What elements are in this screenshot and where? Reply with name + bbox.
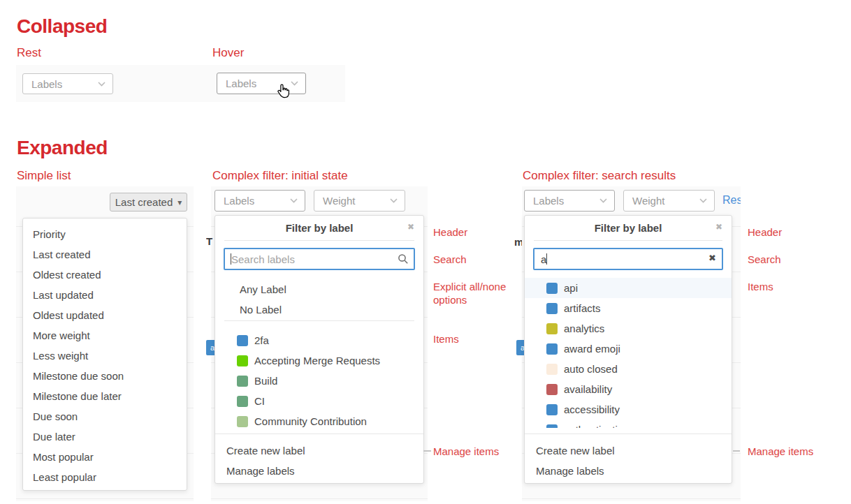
divider — [534, 240, 722, 241]
simple-list-panel: Priority Last created Oldest created Las… — [22, 218, 187, 491]
menu-item-more-weight[interactable]: More weight — [23, 325, 187, 346]
label-search-input[interactable] — [533, 248, 723, 270]
sort-dropdown-text: Last created — [115, 196, 173, 208]
annotation-header: Header — [748, 225, 845, 239]
label-option-authentication-clipped[interactable]: authentication — [525, 420, 732, 428]
annotation-connector — [423, 450, 431, 452]
label-search-wrap: ✖ — [533, 248, 723, 270]
menu-item-last-created[interactable]: Last created — [23, 244, 187, 265]
caret-down-icon: ▾ — [177, 198, 182, 207]
chevron-down-icon — [290, 198, 298, 203]
any-label-option[interactable]: Any Label — [215, 279, 423, 299]
weight-filter-button[interactable]: Weight — [623, 190, 715, 212]
text-caret — [546, 253, 547, 265]
label-color-swatch — [546, 303, 558, 314]
create-new-label-link[interactable]: Create new label — [525, 440, 732, 461]
label-option-award-emoji[interactable]: award emoji — [525, 339, 732, 359]
menu-item-due-later[interactable]: Due later — [23, 427, 187, 447]
chevron-down-icon — [291, 81, 298, 86]
label-color-swatch — [546, 404, 558, 415]
reset-link-clipped[interactable]: Res — [722, 194, 741, 209]
create-new-label-link[interactable]: Create new label — [215, 440, 423, 461]
label-color-swatch — [546, 283, 558, 294]
label-search-input[interactable] — [224, 248, 415, 270]
labels-dropdown-rest-text: Labels — [31, 78, 62, 90]
rest-label: Rest — [17, 46, 41, 60]
label-options-list: 2fa Accepting Merge Requests Build CI Co… — [215, 330, 423, 431]
menu-item-milestone-due-later[interactable]: Milestone due later — [23, 386, 187, 406]
labels-dropdown-hover[interactable]: Labels — [217, 73, 306, 94]
complex-initial-label: Complex filter: initial state — [212, 169, 348, 183]
filter-by-label-panel-search: Filter by label ✖ ✖ api artifacts analyt… — [524, 215, 732, 484]
manage-labels-link[interactable]: Manage labels — [215, 461, 423, 481]
label-option-api[interactable]: api — [525, 278, 732, 298]
menu-item-milestone-due-soon[interactable]: Milestone due soon — [23, 366, 187, 386]
labels-dropdown-rest[interactable]: Labels — [22, 73, 113, 94]
label-color-swatch — [546, 343, 558, 355]
label-color-swatch — [237, 335, 248, 346]
label-option-accessibility[interactable]: accessibility — [525, 399, 732, 420]
manage-labels-link[interactable]: Manage labels — [525, 461, 732, 481]
menu-item-least-popular[interactable]: Least popular — [23, 467, 187, 487]
labels-dropdown-hover-text: Labels — [226, 77, 256, 89]
label-option-artifacts[interactable]: artifacts — [525, 298, 732, 318]
label-color-swatch — [237, 396, 248, 407]
divider — [525, 433, 732, 434]
search-results-list: api artifacts analytics award emoji auto… — [525, 278, 732, 428]
chevron-down-icon — [390, 198, 398, 203]
labels-filter-button[interactable]: Labels — [214, 190, 305, 212]
label-option-community-contribution[interactable]: Community Contribution — [215, 411, 423, 431]
menu-item-priority[interactable]: Priority — [23, 224, 187, 244]
complex-search-label: Complex filter: search results — [523, 169, 676, 183]
menu-item-due-soon[interactable]: Due soon — [23, 406, 187, 427]
panel-footer: Create new label Manage labels — [525, 440, 732, 481]
no-label-option[interactable]: No Label — [215, 299, 423, 320]
close-icon[interactable]: ✖ — [407, 222, 414, 232]
divider — [224, 320, 414, 321]
all-none-options: Any Label No Label — [215, 279, 423, 320]
annotation-manage-items: Manage items — [748, 445, 845, 458]
label-option-2fa[interactable]: 2fa — [215, 330, 423, 350]
label-color-swatch — [237, 416, 248, 427]
expanded-heading: Expanded — [17, 137, 108, 159]
background-label-chip-fragment: a — [206, 340, 214, 355]
divider — [224, 240, 414, 241]
weight-filter-button[interactable]: Weight — [314, 190, 405, 212]
close-icon[interactable]: ✖ — [715, 222, 722, 232]
label-option-auto-closed[interactable]: auto closed — [525, 359, 732, 379]
annotation-connector — [733, 450, 740, 452]
chevron-down-icon — [599, 198, 607, 203]
filter-by-label-panel-initial: Filter by label ✖ Any Label No Label 2fa — [214, 215, 424, 484]
search-icon — [398, 253, 409, 265]
label-color-swatch — [546, 424, 558, 429]
label-search-wrap — [224, 248, 415, 270]
label-option-availability[interactable]: availability — [525, 379, 732, 399]
divider — [215, 433, 423, 434]
label-color-swatch — [237, 355, 248, 366]
clear-search-icon[interactable]: ✖ — [708, 253, 716, 263]
panel-title: Filter by label — [215, 222, 423, 234]
panel-footer: Create new label Manage labels — [215, 440, 423, 481]
label-option-ci[interactable]: CI — [215, 391, 423, 411]
menu-item-less-weight[interactable]: Less weight — [23, 346, 187, 366]
text-caret — [231, 253, 231, 265]
hover-label: Hover — [212, 46, 244, 60]
menu-item-last-updated[interactable]: Last updated — [23, 285, 187, 305]
label-color-swatch — [237, 376, 248, 387]
labels-filter-button[interactable]: Labels — [524, 190, 615, 212]
annotation-header: Header — [433, 225, 524, 239]
menu-item-oldest-created[interactable]: Oldest created — [23, 265, 187, 285]
annotation-items: Items — [433, 332, 524, 346]
sort-dropdown-button[interactable]: Last created ▾ — [110, 193, 187, 212]
menu-item-most-popular[interactable]: Most popular — [23, 447, 187, 467]
annotation-items: Items — [748, 280, 845, 293]
panel-title: Filter by label — [525, 222, 732, 234]
label-color-swatch — [546, 364, 558, 375]
design-spec-canvas: Collapsed Rest Hover Labels Labels Expan… — [0, 0, 851, 504]
hand-cursor-icon — [275, 83, 290, 99]
label-option-build[interactable]: Build — [215, 371, 423, 391]
menu-item-oldest-updated[interactable]: Oldest updated — [23, 305, 187, 325]
label-option-accepting-merge-requests[interactable]: Accepting Merge Requests — [215, 350, 423, 371]
label-option-analytics[interactable]: analytics — [525, 318, 732, 339]
background-text-fragment: T — [206, 235, 213, 246]
